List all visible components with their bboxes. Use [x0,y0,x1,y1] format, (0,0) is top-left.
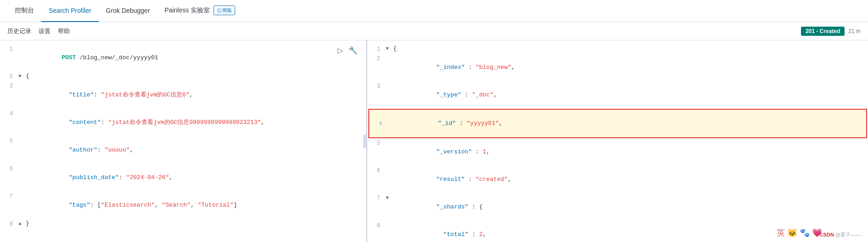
right-code-line-2: 2 "_index" : "blog_new", [367,54,868,81]
right-code-line-4-highlighted: 4 "_id" : "yyyyy01", [368,109,867,138]
divider-handle[interactable] [363,135,366,148]
left-editor-pane: ▷ 🔧 1 POST /blog_new/_doc/yyyyy01 2 ▼ { … [0,40,367,242]
tab-grok-debugger[interactable]: Grok Debugger [99,0,158,22]
code-line-3: 3 "title": "jstat命令查看jvm的GC信息6", [0,81,366,109]
code-line-5: 5 "author": "uuuuu", [0,136,366,164]
code-line-8: 8 ▲ } [0,219,366,229]
tab-search-profiler[interactable]: Search Profiler [41,0,99,22]
code-line-1: 1 POST /blog_new/_doc/yyyyy01 [0,44,366,72]
tab-console[interactable]: 控制台 [7,0,41,22]
right-code-line-5: 5 "_version" : 1, [367,138,868,166]
watermark: CSDN @栗子—— [820,231,861,238]
right-code-line-1: 1 ▼ { [367,44,868,54]
main-content: ▷ 🔧 1 POST /blog_new/_doc/yyyyy01 2 ▼ { … [0,40,868,242]
toolbar: 历史记录 设置 帮助 201 - Created 21 m [0,22,868,40]
history-button[interactable]: 历史记录 [7,27,31,35]
code-line-6: 6 "publish_date": "2024-04-26", [0,164,366,191]
status-badge: 201 - Created [801,27,845,36]
settings-button[interactable]: 设置 [39,27,51,35]
emoji-1: 英 [777,228,785,237]
emoji-2: 🐱 [787,228,797,237]
emoji-3: 🐾 [800,228,810,237]
decorative-area: 英 🐱 🐾 💗 [777,227,822,238]
top-nav: 控制台 Search Profiler Grok Debugger Painle… [0,0,868,22]
time-label: 21 m [848,28,861,34]
right-code-line-7: 7 ▼ "_shards" : { [367,193,868,221]
right-code-line-3: 3 "_type" : "_doc", [367,81,868,109]
right-code-line-6: 6 "result" : "created", [367,166,868,193]
code-line-7: 7 "tags": ["Elasticsearch", "Search", "T… [0,191,366,219]
run-button[interactable]: ▷ [337,45,344,56]
right-editor-pane: 1 ▼ { 2 "_index" : "blog_new", 3 "_type"… [367,40,868,242]
emoji-4: 💗 [812,228,822,237]
beta-badge: 公测版 [214,6,235,15]
watermark-author: @栗子—— [835,232,861,237]
code-line-4: 4 "content": "jstat命令查看jvm的GC信息999999999… [0,109,366,136]
right-code-area[interactable]: 1 ▼ { 2 "_index" : "blog_new", 3 "_type"… [367,40,868,242]
tab-painless[interactable]: Painless 实验室 公测版 [157,0,242,22]
editor-actions: ▷ 🔧 [337,45,359,56]
help-button[interactable]: 帮助 [58,27,70,35]
wrench-button[interactable]: 🔧 [348,45,359,56]
left-code-area[interactable]: 1 POST /blog_new/_doc/yyyyy01 2 ▼ { 3 "t… [0,40,366,242]
code-line-2: 2 ▼ { [0,72,366,81]
